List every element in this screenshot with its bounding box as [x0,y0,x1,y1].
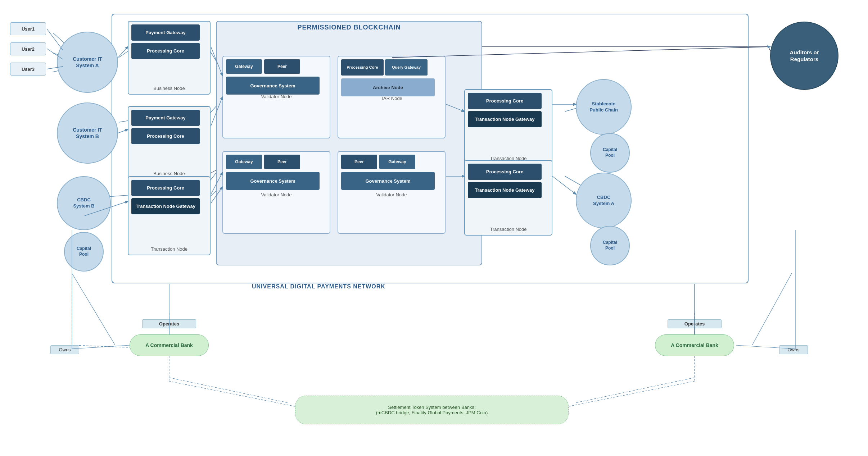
svg-line-31 [169,381,295,406]
network-label: UNIVERSAL DIGITAL PAYMENTS NETWORK [252,283,385,290]
governance-2: Governance System [226,172,320,190]
payment-gateway-b: Payment Gateway [131,110,200,126]
validator-node-1: Gateway Peer Governance System Validator… [222,56,330,138]
governance-3: Governance System [341,172,435,190]
peer-3: Peer [341,155,377,169]
archive-node: Archive Node [341,78,435,96]
capital-pool-right-bottom: Capital Pool [590,226,630,265]
customer-a-label: Customer IT System A [73,56,102,69]
customer-b-label: Customer IT System B [73,127,102,140]
business-node-b-label: Business Node [128,171,210,176]
user3-label: User3 [22,67,35,72]
transaction-rb-label: Transaction Node [465,227,552,232]
svg-line-25 [752,273,792,345]
owns-right-text: Owns [787,347,799,352]
peer-1: Peer [264,59,300,74]
processing-core-tar: Processing Core [341,59,384,76]
auditors-circle: Auditors or Regulators [770,22,838,90]
cbdc-a-label: CBDC System A [593,195,614,207]
transaction-node-left-label: Transaction Node [128,246,210,252]
transaction-node-right-bottom: Processing Core Transaction Node Gateway… [464,160,552,236]
transaction-node-gateway-left: Transaction Node Gateway [131,198,200,214]
transaction-gateway-rt: Transaction Node Gateway [468,111,542,127]
bank-right-label: A Commercial Bank [671,342,718,348]
user2-label: User2 [22,46,35,52]
operates-right-label: Operates [668,319,722,328]
business-node-a: Payment Gateway Processing Core Business… [128,21,211,95]
governance-1: Governance System [226,77,320,95]
owns-left-label: Owns [50,345,79,354]
operates-right-text: Operates [684,321,705,327]
blockchain-label: PERMISSIONED BLOCKCHAIN [252,24,446,31]
transaction-node-left: Processing Core Transaction Node Gateway… [128,176,211,255]
user1-box: User1 [10,22,46,35]
operates-left-text: Operates [159,321,179,327]
svg-line-22 [169,378,288,403]
customer-it-system-b: Customer IT System B [57,102,118,164]
gateway-2: Gateway [226,155,262,169]
query-gateway: Query Gateway [385,59,428,76]
customer-it-system-a: Customer IT System A [57,32,118,93]
capital-pool-left-label: Capital Pool [77,246,91,257]
gateway-3: Gateway [379,155,415,169]
user2-box: User2 [10,42,46,55]
capital-pool-right-top: Capital Pool [590,133,630,173]
svg-line-33 [569,381,695,406]
stablecoin-label: Stablecoin Public Chain [589,101,618,113]
owns-right-label: Owns [779,345,808,354]
user1-label: User1 [22,26,35,32]
processing-core-rb: Processing Core [468,164,542,180]
bank-right: A Commercial Bank [655,334,734,356]
transaction-node-right-top: Processing Core Transaction Node Gateway… [464,89,552,165]
business-node-a-label: Business Node [128,86,210,91]
svg-line-24 [72,273,115,345]
transaction-gateway-rb: Transaction Node Gateway [468,182,542,198]
bank-left-label: A Commercial Bank [145,342,193,348]
svg-line-23 [576,378,695,403]
processing-core-b: Processing Core [131,128,200,144]
cbdc-system-a: CBDC System A [576,173,632,228]
settlement-label: Settlement Token System between Banks: (… [376,405,488,415]
processing-core-a: Processing Core [131,43,200,59]
processing-core-rt: Processing Core [468,93,542,109]
capital-pool-rb-label: Capital Pool [603,240,617,251]
auditors-label: Auditors or Regulators [790,49,819,63]
validator-node-2: Gateway Peer Governance System Validator… [222,151,330,234]
capital-pool-rt-label: Capital Pool [603,147,617,158]
business-node-b: Payment Gateway Processing Core Business… [128,106,211,180]
tar-node: Processing Core Query Gateway Archive No… [338,56,446,138]
tar-label: TAR Node [341,96,442,101]
owns-left-text: Owns [59,347,71,352]
user3-box: User3 [10,63,46,76]
validator-1-label: Validator Node [226,94,327,99]
processing-core-left: Processing Core [131,180,200,196]
operates-left-label: Operates [142,319,196,328]
bank-left: A Commercial Bank [130,334,209,356]
settlement-ellipse: Settlement Token System between Banks: (… [295,396,569,424]
diagram-container: UNIVERSAL DIGITAL PAYMENTS NETWORK PERMI… [0,0,868,456]
capital-pool-left: Capital Pool [64,232,104,272]
stablecoin-circle: Stablecoin Public Chain [576,79,632,135]
peer-2: Peer [264,155,300,169]
gateway-1: Gateway [226,59,262,74]
cbdc-b-label: CBDC System B [73,197,94,209]
svg-line-35 [72,345,130,349]
validator-node-3: Peer Gateway Governance System Validator… [338,151,446,234]
payment-gateway-a: Payment Gateway [131,24,200,41]
cbdc-system-b: CBDC System B [57,176,111,230]
